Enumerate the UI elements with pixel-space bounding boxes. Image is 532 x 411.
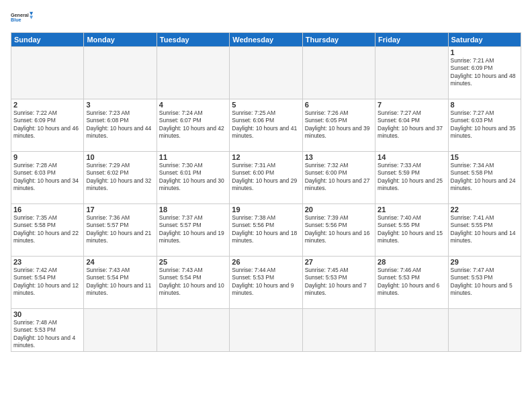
calendar-cell — [84, 47, 157, 99]
calendar-cell — [302, 309, 375, 352]
day-number: 1 — [451, 48, 519, 56]
calendar-cell — [302, 47, 375, 99]
day-sun-info: Sunrise: 7:27 AMSunset: 6:03 PMDaylight:… — [451, 109, 519, 140]
calendar-cell — [375, 309, 448, 352]
calendar-cell: 15Sunrise: 7:34 AMSunset: 5:58 PMDayligh… — [448, 152, 521, 204]
weekday-header-monday: Monday — [84, 33, 157, 47]
day-number: 24 — [86, 258, 154, 266]
calendar-cell: 4Sunrise: 7:24 AMSunset: 6:07 PMDaylight… — [157, 99, 229, 152]
weekday-header-thursday: Thursday — [302, 33, 375, 47]
calendar-cell: 8Sunrise: 7:27 AMSunset: 6:03 PMDaylight… — [448, 99, 521, 152]
calendar-week-row: 16Sunrise: 7:35 AMSunset: 5:58 PMDayligh… — [11, 204, 521, 257]
day-number: 12 — [232, 153, 300, 161]
day-sun-info: Sunrise: 7:30 AMSunset: 6:01 PMDaylight:… — [159, 162, 227, 193]
day-sun-info: Sunrise: 7:27 AMSunset: 6:04 PMDaylight:… — [378, 109, 445, 140]
calendar-cell: 5Sunrise: 7:25 AMSunset: 6:06 PMDaylight… — [230, 99, 302, 152]
calendar-cell: 29Sunrise: 7:47 AMSunset: 5:53 PMDayligh… — [448, 257, 521, 309]
day-sun-info: Sunrise: 7:40 AMSunset: 5:55 PMDaylight:… — [378, 214, 445, 245]
day-sun-info: Sunrise: 7:25 AMSunset: 6:06 PMDaylight:… — [232, 109, 300, 140]
day-number: 26 — [232, 258, 300, 266]
calendar-cell — [84, 309, 157, 352]
calendar-cell: 3Sunrise: 7:23 AMSunset: 6:08 PMDaylight… — [84, 99, 157, 152]
day-sun-info: Sunrise: 7:43 AMSunset: 5:54 PMDaylight:… — [86, 267, 154, 298]
day-sun-info: Sunrise: 7:29 AMSunset: 6:02 PMDaylight:… — [86, 162, 154, 193]
calendar-cell: 17Sunrise: 7:36 AMSunset: 5:57 PMDayligh… — [84, 204, 157, 257]
calendar-cell: 27Sunrise: 7:45 AMSunset: 5:53 PMDayligh… — [302, 257, 375, 309]
day-sun-info: Sunrise: 7:47 AMSunset: 5:53 PMDaylight:… — [451, 267, 519, 298]
calendar-cell — [11, 47, 84, 99]
day-number: 15 — [451, 153, 519, 161]
day-number: 20 — [305, 205, 373, 214]
calendar-cell: 19Sunrise: 7:38 AMSunset: 5:56 PMDayligh… — [230, 204, 302, 257]
page-header: General Blue — [11, 8, 521, 27]
calendar-week-row: 30Sunrise: 7:48 AMSunset: 5:53 PMDayligh… — [11, 309, 521, 352]
calendar-cell: 11Sunrise: 7:30 AMSunset: 6:01 PMDayligh… — [157, 152, 229, 204]
day-number: 13 — [305, 153, 373, 161]
day-sun-info: Sunrise: 7:22 AMSunset: 6:09 PMDaylight:… — [13, 109, 81, 140]
calendar-cell — [375, 47, 448, 99]
calendar-cell: 9Sunrise: 7:28 AMSunset: 6:03 PMDaylight… — [11, 152, 84, 204]
calendar-week-row: 23Sunrise: 7:42 AMSunset: 5:54 PMDayligh… — [11, 257, 521, 309]
day-number: 14 — [378, 153, 445, 161]
calendar-cell: 24Sunrise: 7:43 AMSunset: 5:54 PMDayligh… — [84, 257, 157, 309]
calendar-cell: 21Sunrise: 7:40 AMSunset: 5:55 PMDayligh… — [375, 204, 448, 257]
calendar-table: SundayMondayTuesdayWednesdayThursdayFrid… — [11, 32, 521, 352]
day-number: 4 — [159, 101, 227, 109]
weekday-header-saturday: Saturday — [448, 33, 521, 47]
day-sun-info: Sunrise: 7:33 AMSunset: 5:59 PMDaylight:… — [378, 162, 445, 193]
weekday-header-row: SundayMondayTuesdayWednesdayThursdayFrid… — [11, 33, 521, 47]
day-sun-info: Sunrise: 7:46 AMSunset: 5:53 PMDaylight:… — [378, 267, 445, 298]
calendar-cell: 6Sunrise: 7:26 AMSunset: 6:05 PMDaylight… — [302, 99, 375, 152]
calendar-cell: 16Sunrise: 7:35 AMSunset: 5:58 PMDayligh… — [11, 204, 84, 257]
calendar-week-row: 2Sunrise: 7:22 AMSunset: 6:09 PMDaylight… — [11, 99, 521, 152]
day-sun-info: Sunrise: 7:39 AMSunset: 5:56 PMDaylight:… — [305, 214, 373, 245]
calendar-cell: 13Sunrise: 7:32 AMSunset: 6:00 PMDayligh… — [302, 152, 375, 204]
day-number: 3 — [86, 101, 154, 109]
day-sun-info: Sunrise: 7:43 AMSunset: 5:54 PMDaylight:… — [159, 267, 227, 298]
day-number: 2 — [13, 101, 81, 109]
day-sun-info: Sunrise: 7:24 AMSunset: 6:07 PMDaylight:… — [159, 109, 227, 140]
calendar-cell: 20Sunrise: 7:39 AMSunset: 5:56 PMDayligh… — [302, 204, 375, 257]
day-number: 5 — [232, 101, 300, 109]
generalblue-logo-icon: General Blue — [11, 8, 35, 27]
calendar-week-row: 1Sunrise: 7:21 AMSunset: 6:09 PMDaylight… — [11, 47, 521, 99]
day-number: 18 — [159, 205, 227, 214]
calendar-cell — [157, 47, 229, 99]
day-number: 16 — [13, 205, 81, 214]
day-sun-info: Sunrise: 7:32 AMSunset: 6:00 PMDaylight:… — [305, 162, 373, 193]
day-number: 21 — [378, 205, 445, 214]
day-number: 30 — [13, 310, 81, 318]
day-number: 11 — [159, 153, 227, 161]
calendar-cell — [157, 309, 229, 352]
svg-marker-3 — [30, 15, 33, 19]
day-sun-info: Sunrise: 7:26 AMSunset: 6:05 PMDaylight:… — [305, 109, 373, 140]
day-number: 27 — [305, 258, 373, 266]
calendar-cell: 7Sunrise: 7:27 AMSunset: 6:04 PMDaylight… — [375, 99, 448, 152]
weekday-header-tuesday: Tuesday — [157, 33, 229, 47]
calendar-week-row: 9Sunrise: 7:28 AMSunset: 6:03 PMDaylight… — [11, 152, 521, 204]
calendar-cell: 22Sunrise: 7:41 AMSunset: 5:55 PMDayligh… — [448, 204, 521, 257]
logo: General Blue — [11, 8, 35, 27]
weekday-header-friday: Friday — [375, 33, 448, 47]
day-sun-info: Sunrise: 7:37 AMSunset: 5:57 PMDaylight:… — [159, 214, 227, 245]
svg-marker-2 — [30, 12, 33, 15]
day-number: 19 — [232, 205, 300, 214]
calendar-cell: 10Sunrise: 7:29 AMSunset: 6:02 PMDayligh… — [84, 152, 157, 204]
day-sun-info: Sunrise: 7:28 AMSunset: 6:03 PMDaylight:… — [13, 162, 81, 193]
calendar-cell: 25Sunrise: 7:43 AMSunset: 5:54 PMDayligh… — [157, 257, 229, 309]
day-sun-info: Sunrise: 7:36 AMSunset: 5:57 PMDaylight:… — [86, 214, 154, 245]
day-number: 28 — [378, 258, 445, 266]
weekday-header-sunday: Sunday — [11, 33, 84, 47]
calendar-cell — [230, 309, 302, 352]
day-sun-info: Sunrise: 7:31 AMSunset: 6:00 PMDaylight:… — [232, 162, 300, 193]
calendar-cell: 26Sunrise: 7:44 AMSunset: 5:53 PMDayligh… — [230, 257, 302, 309]
day-sun-info: Sunrise: 7:35 AMSunset: 5:58 PMDaylight:… — [13, 214, 81, 245]
day-sun-info: Sunrise: 7:34 AMSunset: 5:58 PMDaylight:… — [451, 162, 519, 193]
calendar-cell: 1Sunrise: 7:21 AMSunset: 6:09 PMDaylight… — [448, 47, 521, 99]
calendar-cell: 23Sunrise: 7:42 AMSunset: 5:54 PMDayligh… — [11, 257, 84, 309]
calendar-cell — [230, 47, 302, 99]
day-sun-info: Sunrise: 7:38 AMSunset: 5:56 PMDaylight:… — [232, 214, 300, 245]
day-number: 10 — [86, 153, 154, 161]
day-sun-info: Sunrise: 7:44 AMSunset: 5:53 PMDaylight:… — [232, 267, 300, 298]
calendar-cell: 30Sunrise: 7:48 AMSunset: 5:53 PMDayligh… — [11, 309, 84, 352]
